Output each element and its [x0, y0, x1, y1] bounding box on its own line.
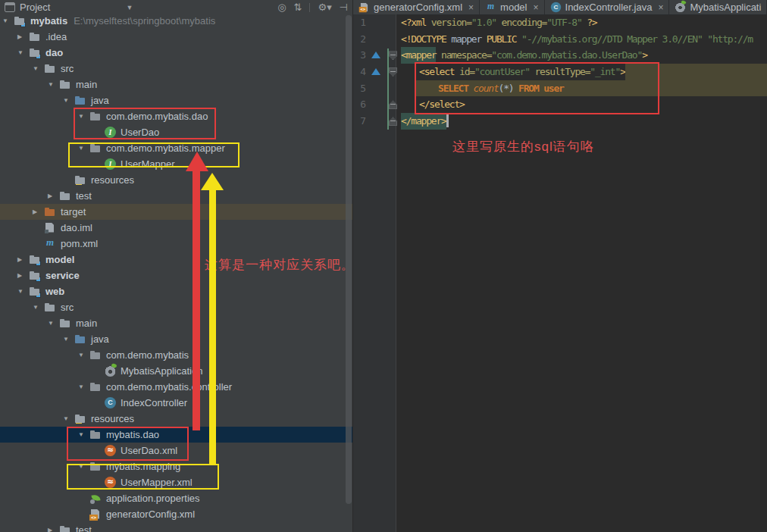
tree-row-UserDao[interactable]: UserDao — [0, 124, 352, 140]
tree-row-mybatis.mapping[interactable]: ▼mybatis.mapping — [0, 458, 352, 474]
chevron-expanded-icon[interactable]: ▼ — [2, 17, 14, 24]
package-icon-badge — [92, 434, 95, 437]
code-line-2[interactable]: <!DOCTYPE mapper PUBLIC "-//mybatis.org/… — [396, 31, 767, 48]
code-token: "com.demo.mybatis.dao.UserDao" — [491, 47, 642, 64]
navigate-to-mapper-icon[interactable] — [371, 52, 380, 58]
chevron-collapsed-icon[interactable]: ▶ — [17, 33, 29, 40]
tab-label: model — [500, 2, 527, 13]
module-icon-badge — [20, 22, 26, 27]
chevron-expanded-icon[interactable]: ▼ — [77, 145, 89, 152]
editor-tab-IndexController.java[interactable]: IndexController.java× — [545, 0, 670, 14]
code-token: count — [473, 83, 498, 94]
tree-row-resources[interactable]: ▼resources — [0, 411, 352, 427]
tree-row-resources[interactable]: resources — [0, 172, 352, 188]
tree-row-com.demo.mybatis[interactable]: ▼com.demo.mybatis — [0, 347, 352, 363]
tree-row-src[interactable]: ▼src — [0, 299, 352, 315]
tree-row-com.demo.mybatis.mapper[interactable]: ▼com.demo.mybatis.mapper — [0, 140, 352, 156]
folder-icon — [59, 318, 71, 330]
tab-close-icon[interactable]: × — [468, 2, 474, 13]
chevron-expanded-icon[interactable]: ▼ — [62, 415, 74, 422]
chevron-expanded-icon[interactable]: ▼ — [77, 383, 89, 390]
tree-row-service[interactable]: ▶service — [0, 268, 352, 283]
chevron-expanded-icon[interactable]: ▼ — [17, 288, 29, 295]
tree-item-label: application.properties — [106, 493, 200, 504]
chevron-expanded-icon[interactable]: ▼ — [47, 81, 59, 88]
code-line-3[interactable]: <mapper namespace="com.demo.mybatis.dao.… — [396, 47, 767, 64]
tab-close-icon[interactable]: × — [534, 2, 539, 13]
tree-row-mybatis[interactable]: ▼mybatisE:\myselftest\springboot\mybatis — [0, 13, 352, 29]
line-number: 4 — [355, 64, 365, 80]
tree-row-UserMapper[interactable]: UserMapper — [0, 156, 352, 172]
tree-row-test[interactable]: ▶test — [0, 522, 352, 532]
module-icon — [14, 15, 26, 27]
tree-row-src[interactable]: ▼src — [0, 61, 352, 77]
tree-row-com.demo.mybatis.dao[interactable]: ▼com.demo.mybatis.dao — [0, 108, 352, 124]
code-line-6[interactable]: </select> — [396, 96, 767, 113]
tree-item-label: UserDao — [121, 127, 159, 138]
chevron-expanded-icon[interactable]: ▼ — [77, 431, 89, 438]
chevron-expanded-icon[interactable]: ▼ — [77, 352, 89, 358]
tree-row-com.demo.mybatis.controller[interactable]: ▼com.demo.mybatis.controller — [0, 379, 352, 395]
project-tree-scrollbar[interactable] — [346, 15, 352, 504]
chevron-expanded-icon[interactable]: ▼ — [32, 65, 44, 72]
tree-row-target[interactable]: ▶target — [0, 204, 352, 220]
tree-row-UserMapper.xml[interactable]: UserMapper.xml — [0, 474, 352, 490]
chevron-expanded-icon[interactable]: ▼ — [77, 113, 89, 120]
gutter-line: 6 — [353, 96, 396, 113]
chevron-collapsed-icon[interactable]: ▶ — [17, 272, 29, 279]
code-line-4[interactable]: <select id="countUser" resultType="_int"… — [396, 64, 767, 80]
chevron-expanded-icon[interactable]: ▼ — [47, 320, 59, 327]
tree-row-MybatisApplication[interactable]: MybatisApplication — [0, 363, 352, 379]
tree-row-generatorConfig.xml[interactable]: generatorConfig.xml — [0, 506, 352, 522]
navigate-to-mapper-icon[interactable] — [371, 68, 380, 75]
code-token: version= — [431, 14, 471, 31]
tree-row-web[interactable]: ▼web — [0, 283, 352, 299]
tree-row-java[interactable]: ▼java — [0, 92, 352, 108]
springboot-icon-badge — [681, 0, 687, 5]
tree-row-dao[interactable]: ▼dao — [0, 45, 352, 61]
module-icon-badge — [36, 261, 41, 266]
project-view-dropdown-icon[interactable]: ▼ — [126, 4, 133, 11]
tree-row-dao.iml[interactable]: dao.iml — [0, 220, 352, 236]
spring-icon-badge — [90, 499, 95, 504]
folder-target-icon — [44, 206, 56, 218]
editor-tab-model[interactable]: model× — [480, 0, 544, 14]
tree-row-.idea[interactable]: ▶.idea — [0, 29, 352, 45]
tree-row-UserDao.xml[interactable]: UserDao.xml — [0, 443, 352, 458]
xml-file-icon — [89, 509, 102, 521]
editor-tab-generatorConfig.xml[interactable]: generatorConfig.xml× — [353, 0, 480, 14]
chevron-collapsed-icon[interactable]: ▶ — [32, 208, 44, 215]
editor-tab-MybatisApplicati[interactable]: MybatisApplicati — [669, 0, 767, 14]
code-token: SELECT — [438, 83, 473, 94]
chevron-expanded-icon[interactable]: ▼ — [77, 463, 89, 470]
code-line-1[interactable]: <?xml version="1.0" encoding="UTF-8" ?> — [396, 14, 767, 31]
chevron-expanded-icon[interactable]: ▼ — [17, 49, 29, 56]
folder-icon — [29, 31, 41, 43]
tab-close-icon[interactable]: × — [658, 2, 663, 13]
chevron-expanded-icon[interactable]: ▼ — [32, 304, 44, 311]
folder-icon — [59, 190, 71, 202]
editor-code-area[interactable]: <?xml version="1.0" encoding="UTF-8" ?><… — [396, 14, 767, 532]
tree-row-IndexController[interactable]: IndexController — [0, 395, 352, 411]
tree-row-test[interactable]: ▶test — [0, 188, 352, 204]
code-token: </mapper> — [401, 113, 446, 130]
tree-row-main[interactable]: ▼main — [0, 77, 352, 92]
code-token: PUBLIC — [487, 31, 521, 48]
tree-row-application.properties[interactable]: application.properties — [0, 490, 352, 506]
code-line-7[interactable]: </mapper> — [396, 113, 767, 130]
tree-item-label: com.demo.mybatis.controller — [106, 381, 232, 393]
chevron-collapsed-icon[interactable]: ▶ — [47, 192, 59, 199]
tree-row-model[interactable]: ▶model — [0, 252, 352, 268]
tree-row-main[interactable]: ▼main — [0, 315, 352, 331]
chevron-expanded-icon[interactable]: ▼ — [62, 336, 74, 343]
chevron-collapsed-icon[interactable]: ▶ — [17, 256, 29, 263]
tree-item-label: com.demo.mybatis.mapper — [106, 142, 225, 154]
code-line-5[interactable]: SELECT count(*) FROM user — [396, 80, 767, 97]
tree-item-label: test — [76, 524, 92, 532]
chevron-expanded-icon[interactable]: ▼ — [62, 97, 74, 104]
tree-row-java[interactable]: ▼java — [0, 331, 352, 347]
tree-row-pom.xml[interactable]: pom.xml — [0, 236, 352, 252]
tree-row-mybatis.dao[interactable]: ▼mybatis.dao — [0, 427, 352, 443]
chevron-collapsed-icon[interactable]: ▶ — [47, 527, 59, 532]
code-token: ?> — [587, 14, 596, 31]
